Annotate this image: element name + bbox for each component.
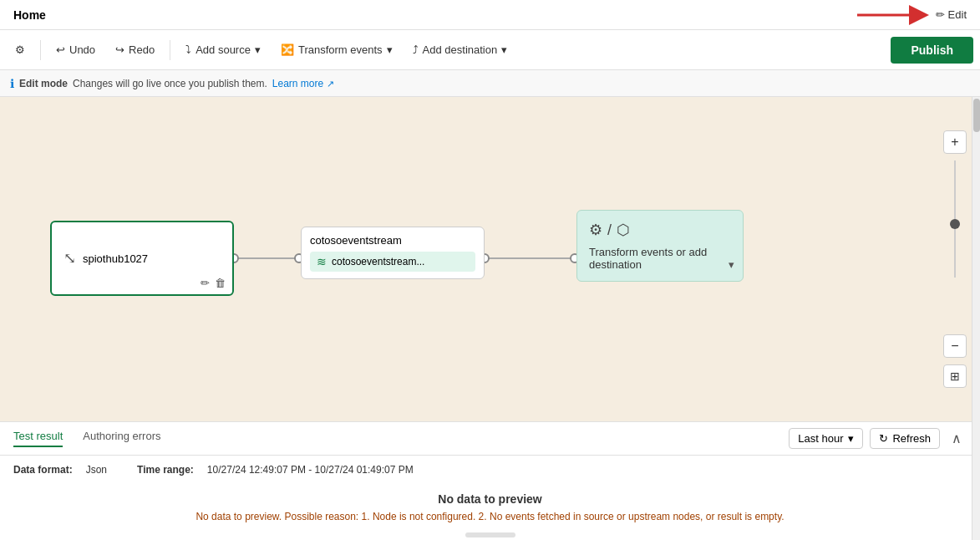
- right-scrollbar[interactable]: [972, 97, 980, 540]
- redo-button[interactable]: ↪ Redo: [107, 39, 163, 60]
- source-node-name: spiothub1027: [83, 252, 148, 265]
- edit-pencil-icon: ✏: [936, 8, 945, 21]
- learn-more-link[interactable]: Learn more ↗: [272, 78, 334, 89]
- zoom-in-icon: +: [951, 135, 958, 150]
- transform-chevron: ▾: [387, 43, 393, 56]
- no-data-area: No data to preview No data to preview. P…: [0, 484, 980, 526]
- zoom-in-button[interactable]: +: [943, 130, 967, 154]
- fit-view-icon: ⊞: [950, 369, 960, 383]
- transform-node-chevron[interactable]: ▾: [729, 258, 734, 271]
- redo-label: Redo: [129, 43, 155, 56]
- refresh-button[interactable]: ↻ Refresh: [870, 428, 940, 449]
- add-destination-icon: ⤴: [413, 43, 419, 56]
- collapse-button[interactable]: ∧: [947, 427, 967, 450]
- stream-green-icon: ≋: [317, 255, 327, 268]
- info-message: Changes will go live once you publish th…: [73, 78, 267, 89]
- zoom-controls: + − ⊞: [943, 130, 967, 388]
- data-info-row: Data format: Json Time range: 10/27/24 1…: [0, 456, 980, 484]
- add-source-icon: ⤵: [185, 43, 191, 56]
- zoom-slider-container: [943, 160, 967, 328]
- info-bar: ℹ Edit mode Changes will go live once yo…: [0, 70, 980, 97]
- fit-view-button[interactable]: ⊞: [943, 364, 967, 388]
- stream-node-title: cotosoeventstream: [310, 234, 475, 247]
- add-source-button[interactable]: ⤵ Add source ▾: [177, 39, 269, 60]
- toolbar: ⚙ ↩ Undo ↪ Redo ⤵ Add source ▾ 🔀 Transfo…: [0, 30, 980, 70]
- undo-button[interactable]: ↩ Undo: [48, 39, 104, 60]
- time-select[interactable]: Last hour ▾: [789, 428, 863, 449]
- edit-button[interactable]: ✏ Edit: [936, 8, 967, 21]
- data-format-value: Json: [86, 464, 107, 476]
- source-node-title: ⤡ spiothub1027: [63, 249, 221, 267]
- no-data-title: No data to preview: [438, 492, 541, 506]
- source-node[interactable]: ⤡ spiothub1027 ✏ 🗑: [50, 221, 234, 296]
- scrollbar-thumb[interactable]: [973, 99, 980, 132]
- time-range-label: Time range:: [137, 464, 194, 476]
- gear-icon: ⚙: [15, 43, 25, 56]
- no-data-desc: No data to preview. Possible reason: 1. …: [195, 511, 784, 522]
- undo-icon: ↩: [56, 43, 65, 56]
- stream-node[interactable]: cotosoeventstream ≋ cotosoeventstream...: [301, 227, 485, 279]
- title-bar: Home ✏ Edit: [0, 0, 980, 30]
- transform-events-label: Transform events: [298, 43, 383, 56]
- bottom-tabs: Test result Authoring errors Last hour ▾…: [0, 422, 980, 456]
- stream-item-label: cotosoeventstream...: [332, 256, 424, 267]
- info-icon: ℹ: [10, 77, 14, 90]
- collapse-icon: ∧: [952, 431, 962, 446]
- transform-node-text: Transform events or add destination: [589, 246, 731, 271]
- transform-node-icons: ⚙ / ⬡: [589, 221, 731, 239]
- toolbar-divider-1: [40, 40, 41, 60]
- source-node-arrows-icon: ⤡: [63, 249, 76, 267]
- red-arrow-indicator: [854, 2, 929, 28]
- title-bar-right: ✏ Edit: [854, 2, 967, 28]
- zoom-track: [954, 160, 956, 278]
- publish-button[interactable]: Publish: [891, 37, 973, 64]
- transform-events-button[interactable]: 🔀 Transform events ▾: [272, 39, 401, 60]
- source-delete-icon[interactable]: 🗑: [215, 277, 226, 289]
- gear-button[interactable]: ⚙: [7, 39, 33, 60]
- source-edit-icon[interactable]: ✏: [201, 277, 210, 289]
- toolbar-divider-2: [170, 40, 170, 60]
- learn-more-label: Learn more: [272, 78, 323, 89]
- source-node-actions: ✏ 🗑: [201, 277, 226, 289]
- refresh-icon: ↻: [879, 432, 888, 445]
- zoom-thumb[interactable]: [950, 219, 960, 229]
- transform-icon: 🔀: [281, 43, 294, 56]
- zoom-out-icon: −: [951, 339, 958, 354]
- data-format-label: Data format:: [13, 464, 73, 476]
- zoom-out-button[interactable]: −: [943, 334, 967, 358]
- add-source-label: Add source: [195, 43, 251, 56]
- transform-export-icon: ⬡: [617, 221, 630, 239]
- refresh-label: Refresh: [892, 432, 931, 445]
- external-link-icon: ↗: [327, 79, 334, 89]
- time-range-value: 10/27/24 12:49:07 PM - 10/27/24 01:49:07…: [207, 464, 414, 476]
- add-destination-label: Add destination: [423, 43, 498, 56]
- canvas: ⤡ spiothub1027 ✏ 🗑 cotosoeventstream ≋ c…: [0, 97, 980, 421]
- time-chevron-icon: ▾: [848, 432, 854, 445]
- redo-icon: ↪: [115, 43, 124, 56]
- edit-label: Edit: [948, 8, 967, 21]
- home-title: Home: [13, 8, 46, 22]
- add-destination-button[interactable]: ⤴ Add destination ▾: [404, 39, 516, 60]
- edit-mode-label: Edit mode: [19, 78, 68, 89]
- last-hour-label: Last hour: [798, 432, 843, 445]
- bottom-scrollbar[interactable]: [465, 532, 515, 537]
- transform-slash: /: [607, 222, 612, 239]
- tab-controls: Last hour ▾ ↻ Refresh ∧: [789, 427, 967, 450]
- no-data-desc-text: No data to preview. Possible reason: 1. …: [195, 511, 784, 522]
- add-source-chevron: ▾: [255, 43, 261, 56]
- title-bar-left: Home: [13, 8, 46, 22]
- add-destination-chevron: ▾: [501, 43, 507, 56]
- tab-authoring-errors[interactable]: Authoring errors: [83, 430, 160, 447]
- transform-settings-icon: ⚙: [589, 221, 602, 239]
- stream-node-item: ≋ cotosoeventstream...: [310, 252, 475, 272]
- undo-label: Undo: [69, 43, 95, 56]
- transform-node[interactable]: ⚙ / ⬡ Transform events or add destinatio…: [576, 210, 744, 282]
- tab-test-result[interactable]: Test result: [13, 430, 63, 447]
- bottom-panel: Test result Authoring errors Last hour ▾…: [0, 421, 980, 540]
